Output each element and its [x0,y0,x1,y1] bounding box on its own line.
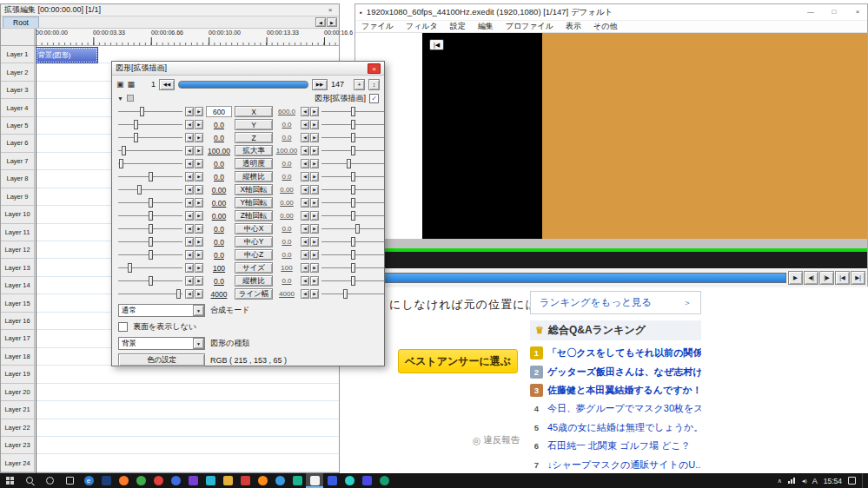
menu-item[interactable]: 設定 [444,21,472,32]
param-slider-start[interactable] [118,276,182,286]
increment-button[interactable]: ▶ [310,237,319,247]
slider-handle[interactable] [149,276,153,286]
param-value-start[interactable]: 0.0 [206,133,232,143]
param-value-start[interactable]: 0.00 [206,211,232,221]
decrement-button[interactable]: ◀ [185,237,194,247]
decrement-button[interactable]: ◀ [185,120,194,129]
param-value-end[interactable]: 100.00 [275,146,298,156]
param-slider-start[interactable] [118,120,182,129]
increment-button[interactable]: ▶ [195,263,203,273]
param-value-end[interactable]: 0.00 [275,185,298,195]
playback-button[interactable]: |▶ [819,271,834,285]
decrement-button[interactable]: ◀ [301,120,309,129]
param-slider-start[interactable] [118,159,182,168]
slider-handle[interactable] [355,224,360,234]
increment-button[interactable]: ▶ [195,211,203,221]
frame-position-slider[interactable] [178,81,308,89]
param-slider-start[interactable] [118,263,182,273]
menu-item[interactable]: 編集 [472,21,500,32]
taskbar-app-icon[interactable] [202,473,219,488]
param-slider-end[interactable] [321,146,384,155]
param-value-start[interactable]: 0.0 [206,120,232,130]
param-value-start[interactable]: 0.0 [206,224,232,234]
slider-handle[interactable] [351,120,355,129]
increment-button[interactable]: ▶ [195,237,203,247]
param-slider-start[interactable] [118,211,182,221]
increment-button[interactable]: ▶ [310,185,319,195]
slider-handle[interactable] [351,276,355,286]
param-slider-start[interactable] [118,185,182,195]
ranking-more-link[interactable]: ランキングをもっと見る ＞ [530,291,701,314]
layer-button[interactable]: Layer 6 [1,135,35,152]
param-label-button[interactable]: Z軸回転 [235,210,273,221]
layer-button[interactable]: Layer 8 [1,170,35,188]
layer-button[interactable]: Layer 24 [1,454,35,472]
decrement-button[interactable]: ◀ [185,172,194,181]
taskbar-app-icon[interactable] [288,473,306,488]
param-slider-end[interactable] [321,263,384,273]
time-control-icon[interactable] [127,95,134,102]
param-value-end[interactable]: 0.00 [275,198,298,208]
slider-handle[interactable] [134,120,138,129]
slider-handle[interactable] [351,172,355,181]
param-value-start[interactable]: 0.0 [206,159,232,169]
decrement-button[interactable]: ◀ [301,237,309,247]
decrement-button[interactable]: ◀ [185,107,194,116]
report-link[interactable]: ◎ 違反報告 [473,434,520,446]
param-value-start[interactable]: 0.0 [206,237,232,247]
taskbar-app-icon[interactable] [254,473,271,488]
increment-button[interactable]: ▶ [310,211,319,221]
menu-item[interactable]: その他 [587,21,623,32]
layer-button[interactable]: Layer 7 [1,153,35,170]
param-value-end[interactable]: 600.0 [275,107,298,117]
decrement-button[interactable]: ◀ [301,133,309,142]
param-value-end[interactable]: 0.0 [275,172,298,182]
layer-button[interactable]: Layer 14 [1,277,35,294]
decrement-button[interactable]: ◀ [185,224,194,234]
decrement-button[interactable]: ◀ [301,250,309,260]
close-button[interactable]: × [848,4,867,20]
increment-button[interactable]: ▶ [195,250,203,260]
ranking-item[interactable]: 1 「セ〇クスをしてもそれ以前の関係... [530,344,701,362]
tab-scroll-left-button[interactable]: ◀ [315,17,326,27]
increment-button[interactable]: ▶ [195,172,203,181]
layer-button[interactable]: Layer 18 [1,348,35,366]
layer-button[interactable]: Layer 11 [1,224,35,241]
taskbar-app-icon[interactable] [115,473,132,488]
taskbar-app-icon[interactable] [97,473,115,488]
param-slider-start[interactable] [118,133,182,142]
taskbar-app-icon[interactable] [149,473,167,488]
param-slider-end[interactable] [321,120,384,129]
param-slider-end[interactable] [321,159,384,168]
param-label-button[interactable]: Z [235,132,273,143]
taskbar-app-icon[interactable] [236,473,254,488]
decrement-button[interactable]: ◀ [301,289,309,299]
task-view-button[interactable] [60,473,80,488]
slider-handle[interactable] [343,289,348,299]
param-value-end[interactable]: 100 [275,263,298,274]
decrement-button[interactable]: ◀ [301,198,309,208]
layer-button[interactable]: Layer 15 [1,294,35,312]
taskbar-app-icon[interactable] [219,473,236,488]
param-label-button[interactable]: Y軸回転 [235,197,273,208]
param-label-button[interactable]: 透明度 [235,158,273,169]
layer-button[interactable]: Layer 21 [1,401,35,419]
color-settings-button[interactable]: 色の設定 [118,353,205,366]
ranking-item[interactable]: 7 ↓シャープマスクの通販サイトのU... [530,455,701,473]
add-button[interactable]: + [354,79,365,90]
decrement-button[interactable]: ◀ [185,289,194,299]
layer-button[interactable]: Layer 9 [1,188,35,206]
taskbar-app-icon[interactable] [341,473,358,488]
menu-item[interactable]: ファイル [355,21,400,32]
param-label-button[interactable]: 中心X [235,223,273,234]
param-slider-end[interactable] [321,198,384,208]
backface-checkbox[interactable] [118,322,128,332]
param-slider-start[interactable] [118,237,182,247]
layer-track[interactable] [35,384,339,401]
playhead[interactable] [36,29,36,474]
taskbar-app-icon[interactable] [271,473,288,488]
param-label-button[interactable]: 拡大率 [235,145,273,156]
decrement-button[interactable]: ◀ [301,263,309,273]
param-label-button[interactable]: Y [235,119,273,130]
increment-button[interactable]: ▶ [310,120,319,129]
